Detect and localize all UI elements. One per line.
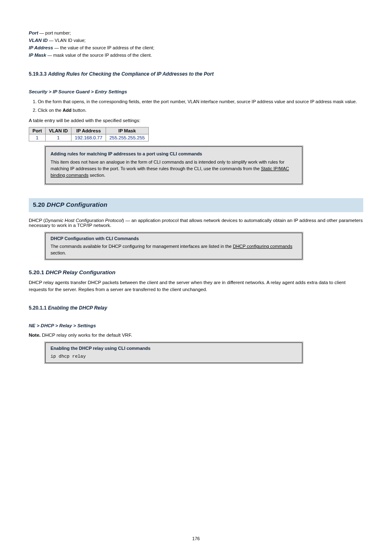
proc-text: Security > IP Source Guard > Entry Setti… [29, 89, 127, 94]
port-label: Port [29, 30, 38, 35]
td-ipaddr: 192.168.0.77 [71, 134, 106, 141]
ipmask-desc: — mask value of the source IP address of… [46, 53, 152, 58]
field-ipaddr: IP Address — the value of the source IP … [29, 44, 363, 51]
th-ipaddr: IP Address [71, 127, 106, 134]
td-ipmask: 255.255.255.255 [106, 134, 148, 141]
sec-5-20-1-title: DHCP Relay Configuration [46, 269, 115, 275]
th-vlan: VLAN ID [46, 127, 71, 134]
cli-box-1-body1: This item does not have an analogue in t… [51, 160, 284, 171]
field-port: Port — port number; [29, 29, 363, 36]
vlan-desc: — VLAN ID value; [48, 38, 85, 43]
cli-box-2-body2: section. [51, 250, 66, 255]
td-port: 1 [29, 134, 46, 141]
cli-box-2: DHCP Configuration with CLI Commands The… [45, 233, 302, 260]
cli-box-1: Adding rules for matching IP addresses t… [45, 146, 302, 184]
field-ipmask: IP Mask — mask value of the source IP ad… [29, 51, 363, 58]
steps-5-19-3-3: On the form that opens, in the correspon… [29, 99, 363, 114]
vlan-label: VLAN ID [29, 38, 48, 43]
sec-5-20-title: DHCP Configuration [46, 201, 107, 208]
step-2: Click on the Add button. [38, 107, 363, 113]
sec-5-20-num: 5.20 [33, 201, 46, 208]
cli-box-1-body2: section. [88, 173, 105, 178]
note-label: Note. [29, 333, 41, 338]
sec-title: Adding Rules for Checking the Compliance… [48, 71, 214, 77]
field-vlan: VLAN ID — VLAN ID value; [29, 36, 363, 44]
cli-box-2-title: DHCP Configuration with CLI Commands [51, 236, 297, 242]
param-table: Port VLAN ID IP Address IP Mask 1 1 192.… [29, 127, 363, 141]
section-bar-5-20: 5.20 DHCP Configuration [29, 198, 363, 212]
ipaddr-desc: — the value of the source IP address of … [53, 45, 154, 50]
heading-5-19-3-3: 5.19.3.3 Adding Rules for Checking the C… [29, 70, 363, 77]
cli-box-3: Enabling the DHCP relay using CLI comman… [45, 342, 302, 363]
note-body: DHCP relay only works for the default VR… [41, 333, 132, 338]
port-desc: — port number; [38, 30, 71, 35]
page-number: 176 [0, 536, 392, 541]
sec-5-20-1-1-title: Enabling the DHCP Relay [48, 305, 107, 311]
table-row[interactable]: 1 1 192.168.0.77 255.255.255.255 [29, 134, 149, 141]
td-vlan: 1 [46, 134, 71, 141]
ipaddr-label: IP Address [29, 45, 53, 50]
sec-5-20-body: DHCP (Dynamic Host Configuration Protoco… [29, 218, 363, 228]
th-port: Port [29, 127, 46, 134]
sec-5-20-1-1-num: 5.20.1.1 [29, 305, 48, 311]
table-header-row: Port VLAN ID IP Address IP Mask [29, 127, 149, 134]
heading-5-20-1: 5.20.1 DHCP Relay Configuration [29, 268, 363, 276]
step-1: On the form that opens, in the correspon… [38, 99, 363, 105]
cli-box-1-title: Adding rules for matching IP addresses t… [51, 151, 297, 157]
th-ipmask: IP Mask [106, 127, 148, 134]
table-intro: A table entry will be added with the spe… [29, 118, 363, 123]
heading-5-20-1-1: 5.20.1.1 Enabling the DHCP Relay [29, 304, 363, 311]
cli-box-3-title: Enabling the DHCP relay using CLI comman… [51, 345, 297, 352]
cli-box-2-link[interactable]: DHCP configuring commands [233, 244, 293, 249]
procedure-5-20-1-1: NE > DHCP > Relay > Settings [29, 323, 363, 328]
procedure-5-19-3-3: Security > IP Source Guard > Entry Setti… [29, 89, 363, 95]
sec-num: 5.19.3.3 [29, 71, 48, 77]
cli-box-3-code: ip dhcp relay [51, 354, 297, 360]
ipmask-label: IP Mask [29, 53, 46, 58]
note-5-20-1-1: Note. DHCP relay only works for the defa… [29, 333, 363, 338]
add-button-label: Add [63, 108, 71, 113]
sec-5-20-1-body: DHCP relay agents transfer DHCP packets … [29, 279, 363, 293]
sec-5-20-1-num: 5.20.1 [29, 269, 46, 275]
cli-box-2-body1: The commands available for DHCP configur… [51, 244, 233, 249]
proc-text-2: NE > DHCP > Relay > Settings [29, 323, 96, 328]
